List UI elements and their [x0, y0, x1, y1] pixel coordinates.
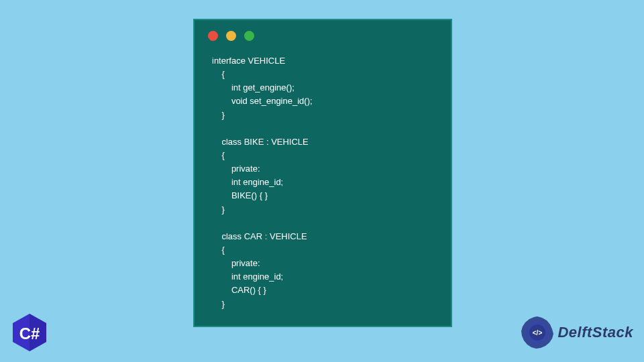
- delftstack-gear-icon: </>: [520, 315, 555, 350]
- maximize-icon: [244, 31, 254, 41]
- minimize-icon: [226, 31, 236, 41]
- close-icon: [208, 31, 218, 41]
- delftstack-brand-text: DelftStack: [557, 324, 633, 341]
- csharp-label: C#: [19, 324, 40, 343]
- window-controls: [195, 20, 451, 41]
- code-window: interface VEHICLE { int get_engine(); vo…: [193, 19, 452, 327]
- delftstack-logo: </> DelftStack: [520, 315, 633, 350]
- code-content: interface VEHICLE { int get_engine(); vo…: [195, 41, 451, 311]
- csharp-badge-icon: C#: [9, 312, 50, 353]
- svg-text:</>: </>: [533, 329, 543, 337]
